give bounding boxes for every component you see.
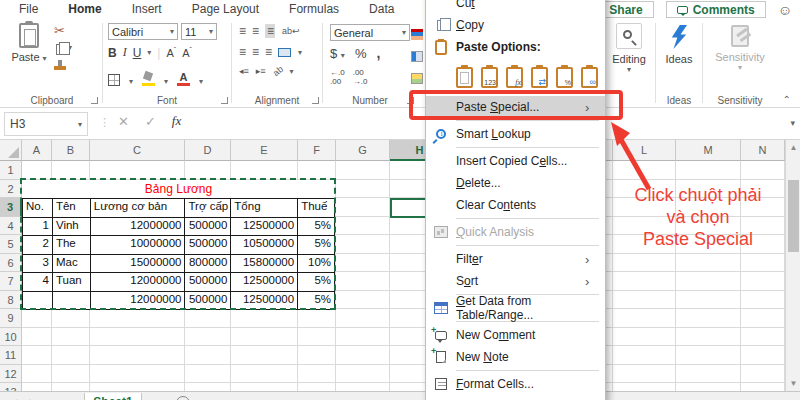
underline-caret[interactable]: ▾ [147,48,151,57]
cell-c9[interactable] [90,309,185,328]
fill-color-icon[interactable] [142,72,155,86]
cell-g6[interactable] [336,254,390,273]
conditional-formatting-icon[interactable] [411,29,423,40]
menu-item-delete[interactable]: Delete... [426,172,605,194]
menu-item-copy[interactable]: Copy [426,14,605,36]
cell-f11[interactable] [298,346,336,365]
feedback-smiley-icon[interactable]: ☺ [778,2,792,18]
cell-l11[interactable] [613,346,676,365]
cell-d11[interactable] [185,346,231,365]
alignment-dialog-launcher[interactable] [312,97,319,104]
cell-e11[interactable] [231,346,298,365]
cell-n1[interactable] [741,161,785,180]
cell-d10[interactable] [185,328,231,347]
paste-button[interactable]: Paste ▾ [10,23,48,63]
row-header-1[interactable]: 1 [0,161,22,180]
cut-icon[interactable]: ✂ [54,25,72,37]
align-bottom-icon[interactable]: ≡ [265,24,275,38]
cell-e10[interactable] [231,328,298,347]
orientation-icon[interactable]: ab [271,64,285,78]
menu-item-paste-options[interactable]: Paste Options: [426,36,605,58]
column-header-g[interactable]: G [336,140,390,161]
comma-style-icon[interactable]: , [376,45,380,61]
currency-icon[interactable]: $ ▾ [330,46,345,61]
paste-icon[interactable] [456,67,473,88]
editing-button[interactable] [616,23,642,49]
cell-m1[interactable] [676,161,741,180]
cell-styles-icon[interactable] [411,73,423,84]
align-right-icon[interactable]: ≡ [265,45,271,59]
cell-d1[interactable] [185,161,231,180]
fill-color-caret[interactable]: ▾ [164,77,168,86]
cell-l8[interactable] [613,291,676,310]
row-header-10[interactable]: 10 [0,328,22,347]
cell-n11[interactable] [741,346,785,365]
cell-g10[interactable] [336,328,390,347]
align-left-icon[interactable]: ≡ [239,45,245,59]
column-header-m[interactable]: M [676,140,741,161]
cell-n8[interactable] [741,291,785,310]
column-header-e[interactable]: E [231,140,298,161]
decrease-indent-icon[interactable]: ◂≡ [239,66,249,76]
row-header-2[interactable]: 2 [0,180,22,199]
cell-g11[interactable] [336,346,390,365]
menu-item-paste-special[interactable]: Paste Special...› [426,96,605,118]
column-header-b[interactable]: B [52,140,90,161]
cell-n12[interactable] [741,365,785,384]
cell-n6[interactable] [741,254,785,273]
menu-item-format-cells[interactable]: Format Cells... [426,373,605,395]
column-header-l[interactable]: L [613,140,676,161]
cell-m12[interactable] [676,365,741,384]
cell-g1[interactable] [336,161,390,180]
row-header-5[interactable]: 5 [0,235,22,254]
cell-b1[interactable] [52,161,90,180]
cell-c1[interactable] [90,161,185,180]
row-header-12[interactable]: 12 [0,365,22,384]
shrink-font-button[interactable]: Aˇ [182,46,192,59]
cell-e12[interactable] [231,365,298,384]
merge-center-icon[interactable] [278,48,291,57]
copy-icon[interactable] [56,44,65,55]
cell-m6[interactable] [676,254,741,273]
cell-m10[interactable] [676,328,741,347]
cell-g4[interactable] [336,217,390,236]
comments-button[interactable]: Comments [666,1,766,18]
italic-button[interactable]: I [123,45,127,60]
cell-f9[interactable] [298,309,336,328]
select-all-button[interactable] [0,140,22,161]
borders-icon[interactable] [108,74,120,86]
formula-bar-expand-icon[interactable]: ▾ [790,118,795,128]
align-top-icon[interactable]: ≡ [239,24,245,38]
scroll-down-icon[interactable]: ▼ [787,376,800,391]
wrap-text-icon[interactable]: ab↩ [282,26,300,36]
cell-g12[interactable] [336,365,390,384]
underline-button[interactable]: U [133,46,142,60]
cell-l12[interactable] [613,365,676,384]
font-name-combo[interactable]: Calibri▾ [108,23,178,40]
paste-values-icon[interactable]: 123 [481,67,498,88]
merge-center-caret[interactable]: ▾ [298,48,302,57]
cancel-icon[interactable]: ✕ [118,114,129,129]
insert-function-icon[interactable]: fx [172,113,181,129]
cell-b11[interactable] [52,346,90,365]
scroll-up-icon[interactable]: ▲ [787,140,800,155]
cell-c12[interactable] [90,365,185,384]
cell-m7[interactable] [676,272,741,291]
font-size-combo[interactable]: 11▾ [181,23,217,40]
font-dialog-launcher[interactable] [221,97,228,104]
column-header-f[interactable]: F [298,140,336,161]
row-header-3[interactable]: 3 [0,198,22,217]
cell-g2[interactable] [336,180,390,199]
cell-f1[interactable] [298,161,336,180]
formula-bar-grip[interactable]: ⋮ [99,116,110,129]
paste-formulas-icon[interactable]: fx [506,67,523,88]
paste-transpose-icon[interactable]: ⇄ [531,67,548,88]
cell-m11[interactable] [676,346,741,365]
cell-n10[interactable] [741,328,785,347]
cell-l7[interactable] [613,272,676,291]
bold-button[interactable]: B [108,46,117,60]
menu-item-filter[interactable]: Filter› [426,248,605,270]
font-color-caret[interactable]: ▾ [199,77,203,86]
row-header-4[interactable]: 4 [0,217,22,236]
cell-g5[interactable] [336,235,390,254]
